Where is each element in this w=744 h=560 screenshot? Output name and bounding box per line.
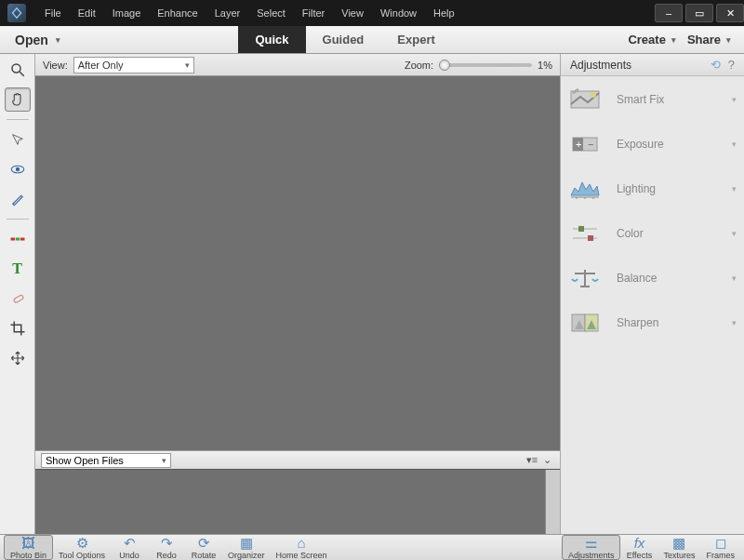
tab-guided[interactable]: Guided (306, 26, 381, 53)
adjustments-header: Adjustments ⟲ ? (561, 54, 744, 76)
menu-enhance[interactable]: Enhance (150, 4, 205, 22)
move-tool[interactable] (5, 346, 31, 370)
canvas-area[interactable] (35, 76, 560, 450)
bb-redo[interactable]: ↷Redo (148, 535, 185, 560)
bin-select-value: Show Open Files (46, 455, 124, 466)
zoom-tool[interactable] (5, 58, 31, 82)
balance-icon (568, 264, 602, 292)
organizer-icon: ▦ (240, 536, 253, 551)
help-icon[interactable]: ? (728, 58, 735, 72)
titlebar: File Edit Image Enhance Layer Select Fil… (0, 0, 744, 26)
bin-select[interactable]: Show Open Files ▾ (41, 453, 171, 468)
selection-tool[interactable] (5, 127, 31, 152)
close-button[interactable]: ✕ (716, 4, 744, 22)
bb-tool-options[interactable]: ⚙Tool Options (53, 535, 111, 560)
undo-icon: ↶ (124, 536, 136, 551)
open-button[interactable]: Open ▾ (0, 26, 75, 53)
tab-quick[interactable]: Quick (238, 26, 305, 53)
zoom-value: 1% (538, 60, 552, 71)
svg-point-0 (12, 64, 20, 73)
adj-sharpen[interactable]: Sharpen ▾ (568, 309, 737, 337)
open-label: Open (15, 33, 48, 47)
zoom-slider-thumb[interactable] (439, 60, 450, 71)
caret-down-icon: ▾ (732, 273, 737, 283)
bb-label: Photo Bin (10, 551, 46, 560)
share-menu[interactable]: Share ▾ (687, 33, 731, 47)
bin-menu-icon[interactable]: ▾≡ (525, 454, 539, 466)
bin-collapse-icon[interactable]: ⌄ (539, 454, 554, 466)
menu-help[interactable]: Help (426, 4, 462, 22)
minimize-button[interactable]: – (655, 4, 683, 22)
svg-rect-7 (13, 295, 23, 303)
bin-scrollbar[interactable] (545, 470, 560, 534)
menu-file[interactable]: File (37, 4, 69, 22)
view-select-value: After Only (78, 60, 124, 71)
eye-tool[interactable] (5, 157, 31, 181)
menu-edit[interactable]: Edit (71, 4, 103, 22)
brush-tool[interactable] (5, 187, 31, 211)
caret-down-icon: ▾ (732, 95, 737, 104)
svg-text:−: − (588, 139, 593, 150)
text-tool[interactable]: T (5, 257, 31, 281)
menubar: File Edit Image Enhance Layer Select Fil… (37, 4, 652, 22)
photo-bin-area[interactable] (35, 469, 560, 534)
adj-balance[interactable]: Balance ▾ (568, 264, 737, 292)
menu-layer[interactable]: Layer (207, 4, 248, 22)
adj-label: Lighting (617, 182, 717, 195)
bb-label: Effects (627, 551, 652, 560)
adj-color[interactable]: Color ▾ (568, 220, 737, 247)
adj-exposure[interactable]: +− Exposure ▾ (568, 130, 737, 158)
zoom-label: Zoom: (405, 60, 433, 71)
bb-organizer[interactable]: ▦Organizer (222, 535, 271, 560)
bb-photo-bin[interactable]: 🖼Photo Bin (4, 535, 53, 560)
bb-label: Adjustments (568, 551, 615, 560)
create-menu[interactable]: Create ▾ (628, 33, 675, 47)
color-icon (568, 220, 602, 247)
hand-tool[interactable] (5, 87, 31, 112)
svg-point-3 (15, 167, 20, 172)
adj-smart-fix[interactable]: Smart Fix ▾ (568, 86, 737, 113)
menu-view[interactable]: View (334, 4, 371, 22)
menu-window[interactable]: Window (373, 4, 424, 22)
view-select[interactable]: After Only ▾ (73, 57, 194, 73)
adj-label: Sharpen (617, 316, 717, 329)
healing-tool[interactable] (5, 287, 31, 311)
svg-line-1 (20, 72, 24, 76)
exposure-icon: +− (568, 130, 602, 158)
options-bar: View: After Only ▾ Zoom: 1% (35, 54, 560, 76)
bb-textures[interactable]: ▩Textures (658, 535, 700, 560)
svg-rect-5 (15, 238, 20, 241)
bb-label: Home Screen (276, 551, 327, 560)
tab-expert[interactable]: Expert (380, 26, 451, 53)
textures-icon: ▩ (672, 536, 685, 551)
menu-filter[interactable]: Filter (295, 4, 332, 22)
bb-frames[interactable]: ◻Frames (700, 535, 740, 560)
tool-options-icon: ⚙ (76, 536, 88, 551)
menu-image[interactable]: Image (105, 4, 149, 22)
bb-effects[interactable]: fxEffects (620, 535, 658, 560)
spot-tool[interactable] (5, 227, 31, 251)
home-icon: ⌂ (298, 536, 306, 551)
zoom-slider[interactable] (439, 63, 532, 67)
bb-home-screen[interactable]: ⌂Home Screen (271, 535, 333, 560)
topbar-right-menus: Create ▾ Share ▾ (615, 26, 744, 53)
svg-rect-4 (10, 238, 15, 241)
bb-undo[interactable]: ↶Undo (111, 535, 148, 560)
bb-adjustments[interactable]: ⚌Adjustments (562, 535, 621, 560)
bb-rotate[interactable]: ⟳Rotate (185, 535, 222, 560)
zoom-group: Zoom: 1% (405, 60, 552, 71)
maximize-button[interactable]: ▭ (685, 4, 713, 22)
menu-select[interactable]: Select (249, 4, 293, 22)
caret-down-icon: ▾ (56, 35, 60, 45)
svg-point-9 (591, 92, 596, 98)
mode-tabs: Quick Guided Expert (238, 26, 451, 53)
bb-label: Organizer (228, 551, 265, 560)
bb-label: Frames (706, 551, 735, 560)
main-area: T View: After Only ▾ Zoom: 1% Show Open … (0, 54, 744, 534)
toolbar: T (0, 54, 35, 534)
reset-icon[interactable]: ⟲ (711, 58, 721, 72)
adj-lighting[interactable]: Lighting ▾ (568, 175, 737, 203)
adj-label: Color (617, 227, 717, 240)
crop-tool[interactable] (5, 316, 31, 340)
effects-icon: fx (634, 536, 645, 551)
